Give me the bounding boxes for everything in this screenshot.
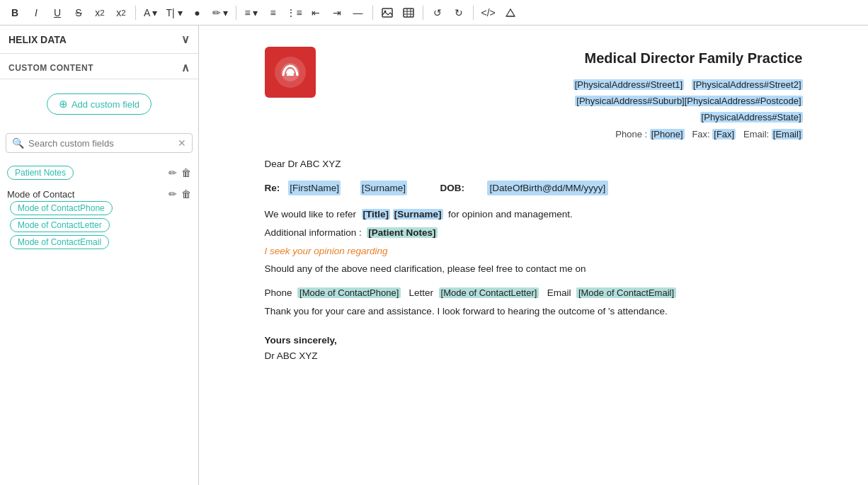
separator-line-button[interactable]: — [349,4,367,22]
patient-notes-actions: ✏ 🗑 [169,167,191,178]
indent-increase-button[interactable]: ⇥ [328,4,346,22]
patient-notes-delete-button[interactable]: 🗑 [181,167,191,178]
undo-button[interactable]: ↺ [428,4,447,22]
table-button[interactable] [399,4,418,22]
logo-icon [273,55,308,90]
doc-title: Medical Director Family Practice [573,47,803,69]
mode-phone-tag[interactable]: Mode of ContactPhone [10,201,113,215]
fax-field: [Fax] [712,129,736,139]
closing-section: Yours sincerely, Dr ABC XYZ [265,333,803,363]
search-input[interactable] [28,138,173,149]
superscript-button[interactable]: x2 [112,4,130,22]
editor-area[interactable]: Medical Director Family Practice [Physic… [199,25,868,485]
font-color-button[interactable]: A ▾ [141,4,160,22]
helix-header: HELIX DATA ∨ [0,25,198,54]
mode-of-contact-actions: ✏ 🗑 [169,188,191,200]
surname-field-2: [Surname] [393,209,443,219]
separator-5 [473,6,474,20]
address-line-1: [PhysicalAddress#Street1] [PhysicalAddre… [573,78,803,93]
street2-field: [PhysicalAddress#Street2] [692,79,802,90]
align-button[interactable]: ≡ ▾ [241,4,261,22]
yours-sincerely: Yours sincerely, [265,335,337,346]
mode-email-tag[interactable]: Mode of ContactEmail [10,235,109,249]
contact-methods-text: Phone [Mode of ContactPhone] Letter [Mod… [265,285,803,301]
custom-content-label: CUSTOM CONTENT [8,63,93,73]
mode-of-contact-edit-button[interactable]: ✏ [169,188,177,200]
phone-field: [Phone] [650,129,685,139]
doc-title-block: Medical Director Family Practice [Physic… [573,47,803,142]
contact-line: Phone : [Phone] Fax: [Fax] Email: [Email… [573,127,803,142]
sidebar: HELIX DATA ∨ CUSTOM CONTENT ∧ ⊕ Add cust… [0,25,199,485]
mode-of-contact-delete-button[interactable]: 🗑 [181,188,191,200]
separator-2 [236,6,236,20]
firstname-field: [FirstName] [288,181,341,196]
patient-notes-item: Patient Notes ✏ 🗑 [7,163,191,183]
para3: I seek your opinion regarding Should any… [265,244,803,277]
dob-label: DOB: [440,181,465,196]
source-button[interactable]: </> [479,4,498,22]
email-field: [Email] [772,129,803,139]
text-style-button[interactable]: T| ▾ [163,4,185,22]
para3-line1: I seek your opinion regarding [265,244,803,259]
mode-of-contact-label: Mode of Contact ✏ 🗑 [7,188,191,200]
para1: We would like to refer [Title] [Surname]… [265,207,803,222]
main-layout: HELIX DATA ∨ CUSTOM CONTENT ∧ ⊕ Add cust… [0,25,868,485]
title-field: [Title] [362,209,391,219]
ink-color-button[interactable]: ● [188,4,207,22]
separator-4 [423,6,423,20]
para2: Additional information : [Patient Notes] [265,225,803,241]
contact-methods: Phone [Mode of ContactPhone] Letter [Mod… [265,285,803,301]
pen-button[interactable]: ✏ ▾ [210,4,232,22]
eraser-button[interactable] [501,4,520,22]
surname-field: [Surname] [360,181,407,196]
mode-letter-field: [Mode of ContactLetter] [439,287,539,298]
list-item: Mode of ContactEmail [10,235,191,249]
patient-notes-tag[interactable]: Patient Notes [7,166,74,180]
italic-button[interactable]: I [27,4,45,22]
mode-phone-field: [Mode of ContactPhone] [297,287,401,298]
suburb-postcode-field: [PhysicalAddress#Suburb][PhysicalAddress… [575,96,802,106]
mode-email-field: [Mode of ContactEmail] [576,287,676,298]
address-line-3: [PhysicalAddress#State] [573,110,803,125]
dob-field: [DateOfBirth@dd/MM/yyyy] [487,181,609,196]
svg-rect-2 [404,8,413,17]
svg-rect-0 [382,8,392,17]
image-button[interactable] [378,4,396,22]
state-field: [PhysicalAddress#State] [700,112,803,122]
doc-logo [265,47,316,98]
helix-toggle[interactable]: ∨ [181,33,190,46]
custom-content-toggle[interactable]: ∧ [181,61,190,74]
underline-button[interactable]: U [48,4,67,22]
bold-button[interactable]: B [6,4,24,22]
para4-text: Thank you for your care and assistance. … [265,304,803,319]
separator-1 [135,6,136,20]
add-custom-field-button[interactable]: ⊕ Add custom field [47,93,152,115]
mode-of-contact-group: Mode of Contact ✏ 🗑 Mode of ContactPhone… [7,188,191,249]
redo-button[interactable]: ↻ [450,4,468,22]
add-field-wrapper: ⊕ Add custom field [0,86,198,122]
doc-header: Medical Director Family Practice [Physic… [265,47,803,142]
patient-notes-edit-button[interactable]: ✏ [169,167,177,178]
re-label: Re: [265,181,280,196]
add-field-label: Add custom field [72,99,139,110]
list-item: Mode of ContactLetter [10,218,191,232]
mode-of-contact-sub-tags: Mode of ContactPhone Mode of ContactLett… [7,201,191,249]
street1-field: [PhysicalAddress#Street1] [573,79,684,90]
plus-circle-icon: ⊕ [59,98,68,110]
para3-line2: Should any of the above need clarificati… [265,261,803,277]
mode-letter-tag[interactable]: Mode of ContactLetter [10,218,110,232]
strikethrough-button[interactable]: S [69,4,88,22]
document-content: Medical Director Family Practice [Physic… [265,47,803,363]
search-bar: 🔍 ✕ [6,133,193,153]
indent-decrease-button[interactable]: ⇤ [307,4,325,22]
toolbar: B I U S x2 x2 A ▾ T| ▾ ● ✏ ▾ ≡ ▾ ≡ ⋮≡ ⇤ … [0,0,868,25]
search-clear-icon[interactable]: ✕ [178,137,186,149]
list-ordered-button[interactable]: ⋮≡ [285,4,304,22]
helix-label: HELIX DATA [8,34,67,45]
fields-list: Patient Notes ✏ 🗑 Mode of Contact ✏ 🗑 [0,157,198,485]
search-icon: 🔍 [12,137,24,149]
subscript-button[interactable]: x2 [91,4,109,22]
list-unordered-button[interactable]: ≡ [264,4,282,22]
para1-text: We would like to refer [Title] [Surname]… [265,207,803,222]
custom-content-header: CUSTOM CONTENT ∧ [0,54,198,79]
